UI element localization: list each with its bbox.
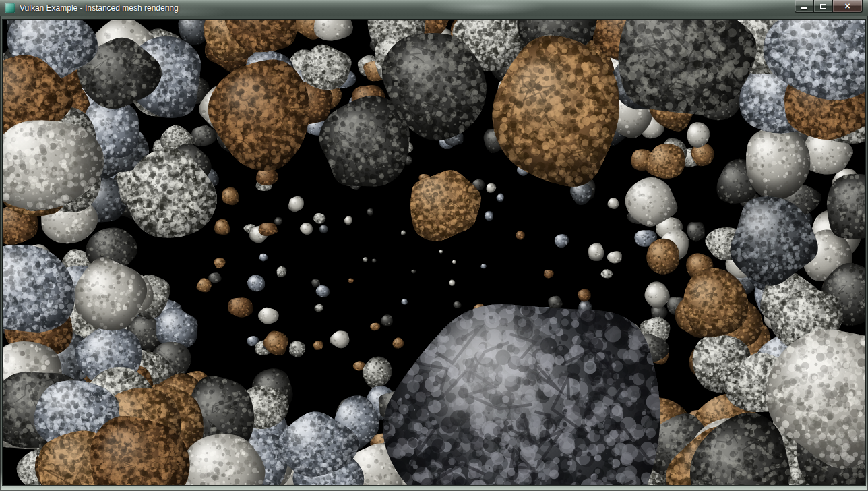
- maximize-icon: [820, 4, 826, 9]
- close-button[interactable]: ×: [832, 0, 863, 13]
- titlebar[interactable]: Vulkan Example - Instanced mesh renderin…: [0, 0, 868, 16]
- app-window: Vulkan Example - Instanced mesh renderin…: [0, 0, 868, 491]
- window-controls: ×: [795, 0, 863, 13]
- close-icon: ×: [844, 1, 850, 11]
- window-title: Vulkan Example - Instanced mesh renderin…: [20, 0, 179, 16]
- viewport-canvas[interactable]: [3, 20, 865, 485]
- app-icon: [5, 3, 16, 13]
- minimize-button[interactable]: [795, 0, 814, 13]
- maximize-button[interactable]: [814, 0, 832, 13]
- minimize-icon: [801, 7, 807, 9]
